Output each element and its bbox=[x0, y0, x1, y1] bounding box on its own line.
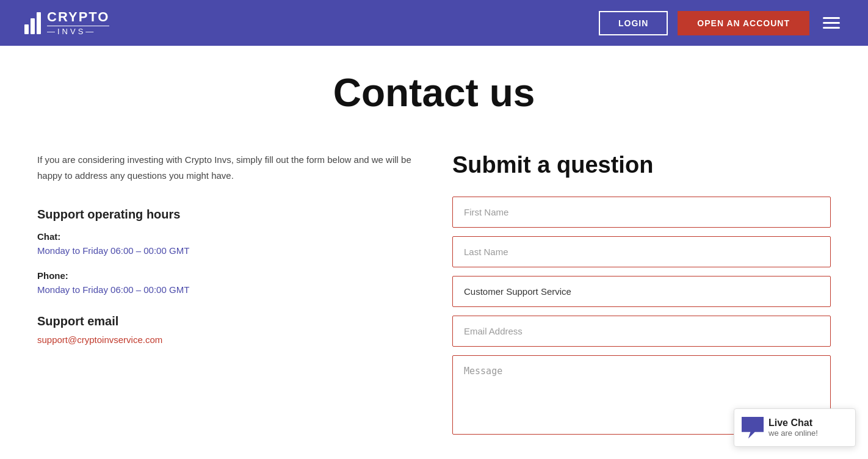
login-button[interactable]: LOGIN bbox=[599, 11, 668, 35]
live-chat-widget[interactable]: Live Chat we are online! bbox=[734, 408, 856, 446]
phone-label: Phone: bbox=[37, 270, 416, 281]
support-email-section: Support email support@cryptoinvservice.c… bbox=[37, 314, 416, 345]
hamburger-line-1 bbox=[823, 17, 840, 19]
hamburger-line-3 bbox=[823, 27, 840, 29]
logo-top: CRYPTO bbox=[47, 10, 109, 24]
logo-text: CRYPTO —INVS— bbox=[47, 10, 109, 35]
main-content: If you are considering investing with Cr… bbox=[13, 152, 855, 446]
service-select[interactable]: Customer Support Service Technical Suppo… bbox=[452, 276, 831, 307]
service-group: Customer Support Service Technical Suppo… bbox=[452, 276, 831, 307]
contact-form: Customer Support Service Technical Suppo… bbox=[452, 197, 831, 437]
live-chat-icon bbox=[742, 417, 764, 439]
email-group bbox=[452, 316, 831, 347]
live-chat-status: we are online! bbox=[769, 428, 844, 438]
chat-hours: Monday to Friday 06:00 – 00:00 GMT bbox=[37, 245, 416, 256]
open-account-button[interactable]: OPEN AN ACCOUNT bbox=[678, 11, 809, 35]
last-name-input[interactable] bbox=[452, 236, 831, 267]
support-hours-title: Support operating hours bbox=[37, 208, 416, 222]
support-hours-section: Support operating hours Chat: Monday to … bbox=[37, 208, 416, 295]
logo: CRYPTO —INVS— bbox=[24, 10, 109, 35]
form-title: Submit a question bbox=[452, 152, 831, 178]
first-name-input[interactable] bbox=[452, 197, 831, 228]
chat-label: Chat: bbox=[37, 231, 416, 242]
phone-hours: Monday to Friday 06:00 – 00:00 GMT bbox=[37, 284, 416, 295]
logo-bars-icon bbox=[24, 12, 41, 34]
hamburger-menu-button[interactable] bbox=[819, 13, 844, 32]
intro-text: If you are considering investing with Cr… bbox=[37, 152, 416, 183]
email-input[interactable] bbox=[452, 316, 831, 347]
support-email-title: Support email bbox=[37, 314, 416, 328]
page-title-section: Contact us bbox=[0, 46, 868, 128]
first-name-group bbox=[452, 197, 831, 228]
page-title: Contact us bbox=[0, 70, 868, 115]
live-chat-title: Live Chat bbox=[769, 417, 844, 428]
last-name-group bbox=[452, 236, 831, 267]
logo-bottom: —INVS— bbox=[47, 26, 109, 35]
header-right: LOGIN OPEN AN ACCOUNT bbox=[599, 11, 844, 35]
right-column: Submit a question Customer Support Servi… bbox=[452, 152, 831, 446]
header: CRYPTO —INVS— LOGIN OPEN AN ACCOUNT bbox=[0, 0, 868, 46]
support-email-link[interactable]: support@cryptoinvservice.com bbox=[37, 334, 162, 345]
hamburger-line-2 bbox=[823, 22, 840, 24]
left-column: If you are considering investing with Cr… bbox=[37, 152, 416, 446]
